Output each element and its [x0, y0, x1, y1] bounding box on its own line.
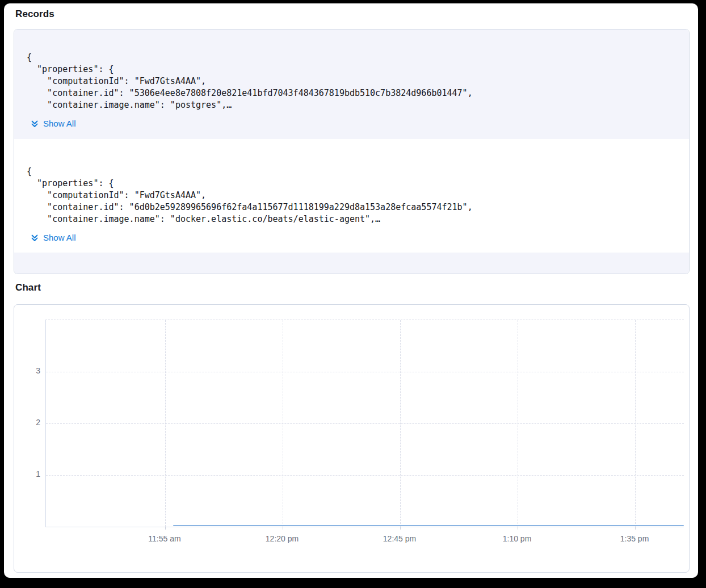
- record-1-json-line: "container.image.name": "postgres",…: [27, 99, 689, 111]
- x-axis-tick-label: 11:55 am: [148, 534, 180, 543]
- record-2-json-line: {: [27, 166, 689, 178]
- chart-card: 3 2 1 11:55 am 12:20 pm 12:45 pm 1:10 pm…: [14, 304, 690, 573]
- gridline-x-1220pm: [283, 320, 283, 527]
- x-axis-tick: [518, 527, 518, 530]
- screen-background: { "records_section": { "title": "Records…: [0, 0, 706, 588]
- show-all-label: Show All: [43, 233, 76, 242]
- record-2-json-line: "computationId": "Fwd7GtsA4AA",: [27, 190, 689, 201]
- gridline-x-110pm: [518, 320, 518, 527]
- record-2-json-line: "container.id": "6d0b2e59289965696f62fa4…: [27, 201, 689, 213]
- x-axis-tick-label: 1:35 pm: [620, 534, 649, 543]
- record-1-json-line: "properties": {: [27, 64, 689, 75]
- x-axis-tick-label: 1:10 pm: [503, 534, 532, 543]
- record-1-json: { "properties": { "computationId": "Fwd7…: [27, 52, 689, 111]
- x-axis-tick: [165, 527, 166, 530]
- gridline-y1: [46, 475, 684, 476]
- y-axis-tick-label: 2: [20, 418, 40, 427]
- x-axis-tick-label: 12:20 pm: [266, 534, 299, 543]
- gridline-x-1155am: [165, 320, 166, 527]
- chart-section-title: Chart: [15, 282, 41, 293]
- page-container: Records { "properties": { "computationId…: [4, 3, 698, 578]
- record-1-json-line: {: [27, 52, 689, 64]
- records-section-title: Records: [15, 9, 54, 20]
- y-axis-tick-label: 3: [20, 366, 40, 375]
- x-axis-tick: [283, 527, 283, 530]
- record-1-json-line: "computationId": "Fwd7GtsA4AA",: [27, 75, 689, 87]
- x-axis-tick: [635, 527, 636, 530]
- record-1-show-all-link[interactable]: Show All: [30, 119, 76, 128]
- record-2-json-line: "properties": {: [27, 178, 689, 190]
- record-row-2: { "properties": { "computationId": "Fwd7…: [14, 139, 689, 253]
- record-row-1: { "properties": { "computationId": "Fwd7…: [14, 30, 689, 139]
- show-all-label: Show All: [43, 119, 76, 128]
- record-2-json: { "properties": { "computationId": "Fwd7…: [27, 166, 689, 225]
- chart-data-line: [173, 525, 684, 526]
- double-chevron-down-icon: [30, 119, 39, 128]
- record-2-json-line: "container.image.name": "docker.elastic.…: [27, 213, 689, 225]
- gridline-y2: [46, 423, 684, 424]
- double-chevron-down-icon: [30, 233, 39, 242]
- gridline-y3: [46, 372, 684, 372]
- x-axis-tick: [400, 527, 401, 530]
- record-2-show-all-link[interactable]: Show All: [30, 233, 76, 242]
- gridline-x-135pm: [635, 320, 636, 527]
- record-row-3-clipped: [14, 253, 689, 274]
- x-axis-tick-label: 12:45 pm: [383, 534, 416, 543]
- chart-plot-area[interactable]: [45, 320, 684, 527]
- record-1-json-line: "container.id": "5306e4ee8e7808f20e821e4…: [27, 87, 689, 99]
- gridline-x-1245pm: [400, 320, 401, 527]
- records-panel: { "properties": { "computationId": "Fwd7…: [14, 29, 690, 274]
- y-axis-tick-label: 1: [20, 469, 40, 478]
